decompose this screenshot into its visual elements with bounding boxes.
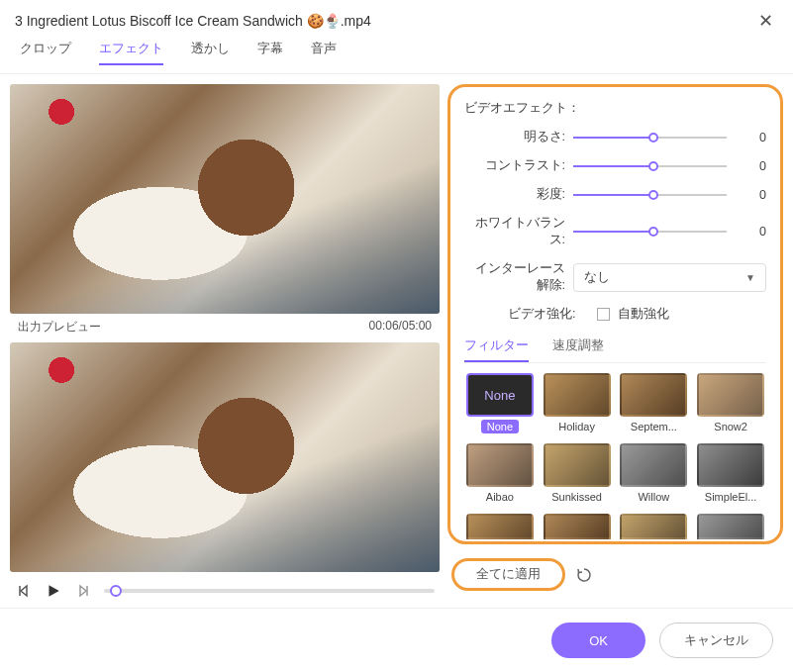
filter-willow-label: Willow: [632, 490, 675, 504]
window-title: 3 Ingredient Lotus Biscoff Ice Cream San…: [15, 13, 371, 29]
filter-simpleel-label: SimpleEl...: [699, 490, 763, 504]
brightness-label: 明るさ:: [464, 129, 573, 145]
filter-sunkissed-label: Sunkissed: [545, 490, 608, 504]
auto-enhance-label: 自動強化: [618, 306, 669, 323]
filter-none-label: None: [481, 420, 519, 433]
apply-all-button[interactable]: 全てに適用: [451, 558, 565, 591]
filter-more-3[interactable]: [620, 514, 687, 539]
filter-aibao-label: Aibao: [480, 490, 520, 504]
next-frame-button[interactable]: [74, 582, 92, 600]
reset-icon[interactable]: [575, 566, 593, 584]
filter-aibao[interactable]: [466, 443, 534, 487]
main-tabs: クロップ エフェクト 透かし 字幕 音声: [0, 40, 793, 74]
subtab-speed[interactable]: 速度調整: [552, 336, 604, 362]
play-button[interactable]: [45, 582, 62, 600]
filter-september[interactable]: [620, 373, 687, 417]
effects-heading: ビデオエフェクト：: [464, 99, 766, 117]
contrast-slider[interactable]: [573, 159, 727, 173]
prev-frame-button[interactable]: [15, 582, 33, 600]
brightness-slider[interactable]: [573, 131, 727, 144]
filter-more-1[interactable]: [466, 514, 534, 539]
whitebalance-value: 0: [727, 225, 766, 239]
tab-audio[interactable]: 音声: [311, 40, 337, 65]
filter-simpleel[interactable]: [697, 443, 764, 487]
brightness-value: 0: [727, 131, 766, 144]
subtab-filter[interactable]: フィルター: [464, 336, 529, 362]
filter-snow2-label: Snow2: [708, 420, 753, 433]
cancel-button[interactable]: キャンセル: [659, 623, 773, 658]
auto-enhance-checkbox[interactable]: [597, 308, 610, 321]
contrast-label: コントラスト:: [464, 157, 573, 174]
timeline-slider[interactable]: [104, 589, 435, 593]
filter-willow[interactable]: [620, 443, 687, 487]
filter-september-label: Septem...: [625, 420, 683, 433]
deinterlace-label: インターレース解除:: [464, 260, 573, 294]
filter-holiday[interactable]: [544, 373, 611, 417]
saturation-value: 0: [727, 188, 766, 202]
filter-snow2[interactable]: [697, 373, 764, 417]
filter-more-2[interactable]: [544, 514, 611, 539]
saturation-slider[interactable]: [573, 188, 727, 202]
preview-time: 00:06/05:00: [369, 319, 432, 336]
filter-more-4[interactable]: [697, 514, 764, 539]
tab-crop[interactable]: クロップ: [20, 40, 71, 65]
filter-none[interactable]: None: [466, 373, 534, 417]
contrast-value: 0: [727, 159, 766, 173]
filter-grid: NoneNone Holiday Septem... Snow2 Aibao S…: [464, 373, 766, 539]
saturation-label: 彩度:: [464, 186, 573, 203]
deinterlace-select[interactable]: なし ▼: [573, 263, 766, 292]
close-icon[interactable]: ✕: [753, 10, 778, 32]
preview-original: [10, 84, 440, 314]
filter-holiday-label: Holiday: [552, 420, 601, 433]
whitebalance-label: ホワイトバランス:: [464, 215, 573, 248]
enhance-label: ビデオ強化:: [508, 306, 589, 323]
preview-output: [10, 342, 440, 572]
preview-label: 出力プレビュー: [18, 319, 101, 336]
whitebalance-slider[interactable]: [573, 225, 727, 239]
deinterlace-value: なし: [584, 269, 610, 286]
ok-button[interactable]: OK: [551, 623, 645, 658]
filter-sunkissed[interactable]: [544, 443, 611, 487]
tab-effect[interactable]: エフェクト: [99, 40, 163, 65]
effects-panel: ビデオエフェクト： 明るさ: 0 コントラスト: 0 彩度: 0 ホワイトバラン…: [447, 84, 783, 544]
tab-watermark[interactable]: 透かし: [191, 40, 230, 65]
tab-subtitle[interactable]: 字幕: [257, 40, 283, 65]
chevron-down-icon: ▼: [745, 272, 755, 283]
